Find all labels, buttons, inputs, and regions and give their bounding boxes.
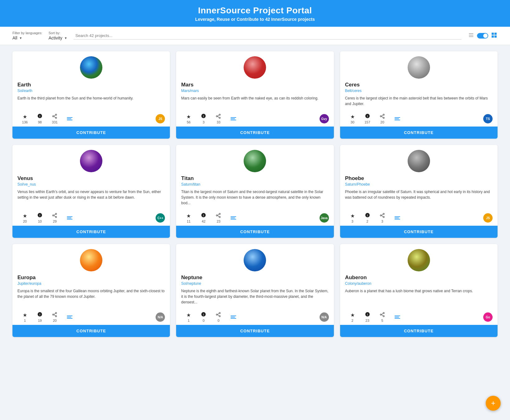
page-header: InnerSource Project Portal Leverage, Reu… bbox=[0, 0, 510, 27]
stars-count: 20 bbox=[23, 219, 27, 223]
issues-stat: ! 23 bbox=[360, 312, 375, 322]
issues-count: 98 bbox=[38, 120, 42, 124]
project-description: Ceres is the largest object in the main … bbox=[345, 95, 493, 107]
language-filter-select[interactable]: All ▼ bbox=[12, 35, 42, 40]
stars-count: 1 bbox=[24, 319, 26, 322]
svg-line-69 bbox=[381, 315, 383, 316]
lines-icon[interactable] bbox=[67, 216, 73, 219]
lines-icon[interactable] bbox=[231, 316, 236, 319]
planet-image bbox=[408, 150, 430, 172]
lines-stat[interactable] bbox=[62, 216, 77, 219]
lines-stat[interactable] bbox=[226, 316, 241, 319]
lines-icon[interactable] bbox=[231, 117, 236, 120]
lines-stat[interactable] bbox=[226, 216, 241, 219]
stats-row: ★ 20 ! 10 29 C++ bbox=[12, 210, 170, 226]
contribute-button[interactable]: CONTRIBUTE bbox=[12, 325, 170, 337]
share-icon bbox=[216, 213, 221, 219]
controls-bar: Filter by languages: All ▼ Sort by: Acti… bbox=[0, 27, 510, 45]
card-body: Neptune Sol/neptune Neptune is the eight… bbox=[176, 244, 334, 309]
search-input[interactable] bbox=[73, 32, 461, 39]
lines-icon[interactable] bbox=[67, 316, 73, 319]
contribute-button[interactable]: CONTRIBUTE bbox=[176, 325, 334, 337]
shares-stat: 20 bbox=[47, 312, 62, 322]
planet-image bbox=[80, 249, 102, 271]
planet-image bbox=[80, 150, 102, 172]
filter-label: Filter by languages: bbox=[12, 31, 42, 35]
lines-icon[interactable] bbox=[67, 117, 73, 120]
project-name: Mars bbox=[181, 82, 194, 88]
contribute-button[interactable]: CONTRIBUTE bbox=[340, 226, 498, 238]
stars-count: 11 bbox=[187, 219, 190, 223]
star-icon: ★ bbox=[186, 213, 191, 219]
sort-select[interactable]: Activity ▼ bbox=[49, 35, 67, 40]
issues-icon: ! bbox=[365, 213, 370, 219]
contribute-button[interactable]: CONTRIBUTE bbox=[340, 127, 498, 139]
project-name: Venus bbox=[17, 175, 33, 182]
svg-point-16 bbox=[219, 114, 220, 115]
svg-line-26 bbox=[381, 115, 383, 116]
view-toggle[interactable] bbox=[477, 33, 488, 39]
star-icon: ★ bbox=[23, 213, 27, 219]
lang-badge: N/A bbox=[156, 312, 165, 322]
card-europa: Europa Jupiter/europa Europa is the smal… bbox=[12, 244, 170, 337]
card-neptune: Neptune Sol/neptune Neptune is the eight… bbox=[176, 244, 334, 337]
svg-point-67 bbox=[380, 314, 381, 315]
share-icon bbox=[380, 114, 385, 120]
chevron-down-icon: ▼ bbox=[19, 36, 22, 40]
issues-icon: ! bbox=[37, 312, 42, 318]
lines-icon[interactable] bbox=[395, 117, 400, 120]
star-icon: ★ bbox=[23, 114, 27, 120]
lines-stat[interactable] bbox=[390, 216, 405, 219]
lines-icon[interactable] bbox=[395, 216, 400, 219]
card-auberon: Auberon Colony/auberon Auberon is a plan… bbox=[340, 244, 498, 337]
card-body: Mars Mars/mars Mars can easily be seen f… bbox=[176, 51, 334, 110]
svg-text:!: ! bbox=[367, 313, 368, 316]
contribute-button[interactable]: CONTRIBUTE bbox=[12, 127, 170, 139]
contribute-button[interactable]: CONTRIBUTE bbox=[176, 127, 334, 139]
lines-icon[interactable] bbox=[395, 316, 400, 319]
issues-icon: ! bbox=[201, 312, 206, 318]
grid-view-button[interactable] bbox=[491, 32, 498, 40]
issues-count: 23 bbox=[366, 319, 369, 322]
project-path: Sol/neptune bbox=[181, 281, 201, 286]
star-icon: ★ bbox=[186, 114, 191, 120]
svg-line-47 bbox=[381, 214, 383, 215]
issues-icon: ! bbox=[37, 213, 42, 219]
project-description: Earth is the third planet from the Sun a… bbox=[17, 95, 133, 107]
lang-badge: Java bbox=[320, 213, 329, 223]
contribute-button[interactable]: CONTRIBUTE bbox=[12, 226, 170, 238]
stars-count: 56 bbox=[187, 120, 190, 124]
svg-point-10 bbox=[55, 117, 57, 118]
lines-stat[interactable] bbox=[62, 316, 77, 319]
svg-point-31 bbox=[55, 216, 57, 218]
issues-stat: ! 3 bbox=[196, 113, 211, 124]
lines-stat[interactable] bbox=[62, 117, 77, 120]
add-project-fab[interactable]: + bbox=[486, 396, 501, 411]
stars-stat: ★ 56 bbox=[181, 114, 196, 124]
svg-point-60 bbox=[216, 314, 218, 315]
issues-stat: ! 10 bbox=[32, 213, 47, 223]
stats-row: ★ 3 ! 2 3 JS bbox=[340, 210, 498, 226]
card-venus: Venus Sol/ve_nus Venus lies within Earth… bbox=[12, 145, 170, 238]
lines-stat[interactable] bbox=[390, 316, 405, 319]
stats-row: ★ 11 ! 42 23 Java bbox=[176, 210, 334, 226]
stars-count: 3 bbox=[352, 219, 353, 223]
contribute-button[interactable]: CONTRIBUTE bbox=[340, 325, 498, 337]
svg-text:!: ! bbox=[203, 214, 204, 217]
lines-stat[interactable] bbox=[390, 117, 405, 120]
svg-text:!: ! bbox=[203, 115, 204, 118]
svg-line-27 bbox=[381, 116, 383, 118]
shares-count: 5 bbox=[381, 319, 383, 322]
svg-point-45 bbox=[383, 216, 384, 218]
contribute-button[interactable]: CONTRIBUTE bbox=[176, 226, 334, 238]
lines-icon[interactable] bbox=[231, 216, 236, 219]
svg-point-32 bbox=[53, 215, 54, 216]
svg-point-38 bbox=[219, 216, 220, 218]
lines-stat[interactable] bbox=[226, 117, 241, 120]
card-body: Auberon Colony/auberon Auberon is a plan… bbox=[340, 244, 498, 309]
project-path: Saturn/titan bbox=[181, 182, 200, 187]
svg-line-68 bbox=[381, 313, 383, 315]
star-icon: ★ bbox=[23, 312, 27, 318]
list-view-button[interactable] bbox=[468, 32, 475, 40]
share-icon bbox=[216, 312, 221, 318]
